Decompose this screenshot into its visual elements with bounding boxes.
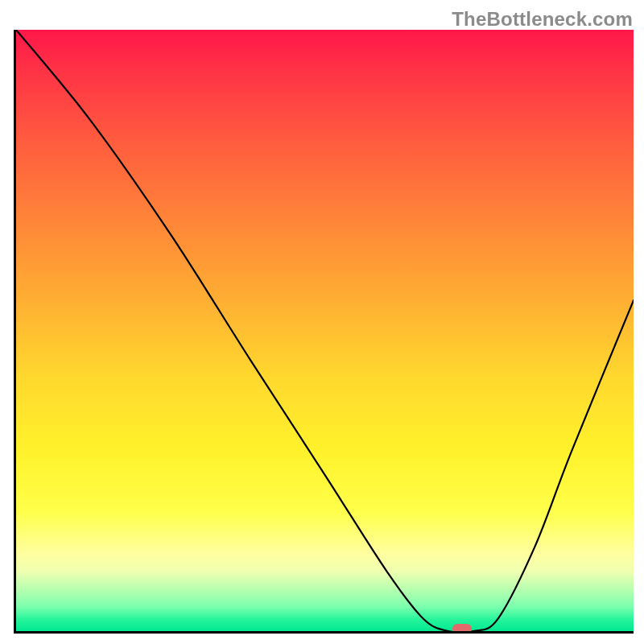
- plot-area: [14, 30, 634, 634]
- bottleneck-curve: [16, 30, 634, 631]
- bottleneck-chart: TheBottleneck.com: [0, 0, 644, 644]
- watermark-text: TheBottleneck.com: [452, 8, 633, 31]
- optimal-point-marker: [452, 624, 472, 634]
